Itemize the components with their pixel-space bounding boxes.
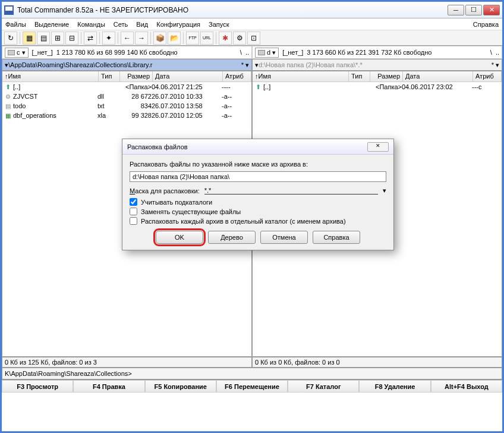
menubar: Файлы Выделение Команды Сеть Вид Конфигу…	[2, 18, 502, 30]
mask-dropdown-icon[interactable]: ▾	[383, 187, 386, 194]
tree-view-icon[interactable]: ⊟	[65, 32, 78, 45]
left-headers: ↑Имя Тип Размер Дата Атриб	[2, 71, 251, 82]
file-name: todo	[13, 102, 97, 109]
f6-button[interactable]: F6 Перемещение	[216, 380, 288, 393]
compare-icon[interactable]: ⊡	[247, 32, 260, 45]
menu-commands[interactable]: Команды	[77, 21, 105, 28]
file-attr: -a--	[222, 102, 250, 109]
file-size: 834	[119, 102, 152, 109]
file-date: 04.06.2017 21:25	[152, 83, 222, 90]
ok-button[interactable]: OK	[156, 231, 203, 244]
right-root-button[interactable]: \	[490, 49, 492, 56]
right-headers: ↑Имя Тип Размер Дата Атриб	[253, 71, 502, 82]
menu-view[interactable]: Вид	[136, 21, 148, 28]
left-space: 1 213 780 Кб из 68 999 140 Кб свободно	[56, 49, 178, 56]
unpack-icon[interactable]: 📂	[168, 32, 181, 45]
col-name[interactable]: ↑Имя	[2, 71, 99, 81]
magic-icon[interactable]: ✦	[102, 32, 115, 45]
file-row[interactable]: ▦dbf_operationsxla99 328 26.07.2010 12:0…	[2, 111, 251, 120]
col-type[interactable]: Тип	[349, 71, 370, 81]
mask-input[interactable]	[204, 187, 378, 194]
ftp-icon[interactable]: FTP	[186, 32, 199, 45]
col-size[interactable]: Размер	[370, 71, 403, 81]
file-icon: ⬆	[254, 83, 262, 91]
dialog-prompt: Распаковать файлы по указанной ниже маск…	[130, 161, 386, 168]
check-replace[interactable]: Заменять существующие файлы	[130, 208, 386, 215]
dialog-titlebar[interactable]: Распаковка файлов ✕	[122, 139, 393, 155]
file-type: txt	[97, 102, 119, 109]
col-date[interactable]: Дата	[403, 71, 473, 81]
file-row[interactable]: ▤todotxt834 26.07.2010 13:58 -a--	[2, 101, 251, 111]
thumb-view-icon[interactable]: ⊞	[51, 32, 64, 45]
full-view-icon[interactable]: ▤	[37, 32, 50, 45]
check-separate[interactable]: Распаковать каждый архив в отдельный кат…	[130, 217, 386, 225]
file-name: dbf_operations	[13, 112, 97, 119]
pack-icon[interactable]: 📦	[153, 32, 166, 45]
cancel-button[interactable]: Отмена	[260, 231, 308, 244]
file-attr: -a--	[222, 93, 250, 100]
menu-selection[interactable]: Выделение	[34, 21, 69, 28]
left-path[interactable]: ▾\AppData\Roaming\Shareaza\Collections\L…	[2, 59, 252, 71]
menu-run[interactable]: Запуск	[209, 21, 229, 28]
dialog-close-button[interactable]: ✕	[367, 142, 389, 152]
forward-icon[interactable]: →	[135, 32, 148, 45]
back-icon[interactable]: ←	[121, 32, 134, 45]
menu-files[interactable]: Файлы	[5, 21, 26, 28]
cmdline-prompt: K\AppData\Roaming\Shareaza\Collections>	[5, 370, 132, 377]
f8-button[interactable]: F8 Удаление	[359, 380, 430, 393]
star-icon[interactable]: ✱	[219, 32, 232, 45]
col-size[interactable]: Размер	[120, 71, 153, 81]
file-row[interactable]: ⬆[..]<Папка> 04.06.2017 21:25 ----	[2, 82, 251, 92]
check-subdirs[interactable]: Учитывать подкаталоги	[130, 198, 386, 206]
right-path[interactable]: ▾d:\Новая папка (2)\Новая папка\*.** ▾	[252, 59, 502, 71]
file-date: 04.06.2017 23:02	[402, 83, 472, 90]
col-name[interactable]: ↑Имя	[253, 71, 349, 81]
left-drive-select[interactable]: c ▾	[5, 48, 29, 58]
col-attr[interactable]: Атриб	[473, 71, 502, 81]
url-icon[interactable]: URL	[200, 32, 213, 45]
window-title: Total Commander 8.52a - НЕ ЗАРЕГИСТРИРОВ…	[17, 6, 448, 14]
path-bar: ▾\AppData\Roaming\Shareaza\Collections\L…	[2, 59, 502, 71]
col-date[interactable]: Дата	[153, 71, 223, 81]
minimize-button[interactable]: ─	[448, 5, 464, 15]
tree-button[interactable]: Дерево	[208, 231, 256, 244]
left-drive-bar: c ▾ [_нет_] 1 213 780 Кб из 68 999 140 К…	[2, 46, 252, 59]
titlebar[interactable]: Total Commander 8.52a - НЕ ЗАРЕГИСТРИРОВ…	[2, 2, 502, 18]
config-icon[interactable]: ⚙	[233, 32, 246, 45]
refresh-icon[interactable]: ↻	[4, 32, 17, 45]
file-name: [..]	[263, 83, 348, 90]
file-row[interactable]: ⬆[..]<Папка> 04.06.2017 23:02 ---c	[253, 82, 502, 92]
file-icon: ⬆	[4, 83, 12, 91]
close-button[interactable]: ✕	[483, 5, 500, 15]
file-row[interactable]: ⚙ZJVCSTdll28 672 26.07.2010 10:33 -a--	[2, 92, 251, 101]
right-drive-select[interactable]: d ▾	[255, 48, 279, 58]
menu-help[interactable]: Справка	[473, 21, 499, 28]
left-up-button[interactable]: ..	[245, 49, 249, 56]
maximize-button[interactable]: ☐	[465, 5, 482, 15]
command-line[interactable]: K\AppData\Roaming\Shareaza\Collections>	[2, 368, 502, 379]
menu-config[interactable]: Конфигурация	[156, 21, 200, 28]
status-bar: 0 Кб из 125 Кб, файлов: 0 из 3 0 Кб из 0…	[2, 357, 502, 368]
right-up-button[interactable]: ..	[496, 49, 499, 56]
help-button[interactable]: Справка	[313, 231, 360, 244]
menu-net[interactable]: Сеть	[114, 21, 128, 28]
f4-button[interactable]: F4 Правка	[73, 380, 144, 393]
file-icon: ⚙	[4, 92, 12, 101]
f5-button[interactable]: F5 Копирование	[145, 380, 216, 393]
file-date: 26.07.2010 12:05	[152, 112, 222, 119]
f3-button[interactable]: F3 Просмотр	[2, 380, 73, 393]
file-size: 99 328	[119, 112, 152, 119]
col-type[interactable]: Тип	[99, 71, 120, 81]
left-root-button[interactable]: \	[240, 49, 242, 56]
col-attr[interactable]: Атриб	[223, 71, 251, 81]
file-size: <Папка>	[119, 83, 152, 90]
altf4-button[interactable]: Alt+F4 Выход	[431, 380, 502, 393]
invert-icon[interactable]: ⇄	[84, 32, 97, 45]
right-drive-label: [_нет_]	[282, 49, 303, 56]
brief-view-icon[interactable]: ▦	[23, 32, 36, 45]
drive-icon	[8, 50, 15, 55]
file-attr: ----	[222, 83, 250, 90]
unpack-path-input[interactable]	[130, 171, 386, 182]
f7-button[interactable]: F7 Каталог	[288, 380, 359, 393]
app-icon	[4, 5, 14, 15]
